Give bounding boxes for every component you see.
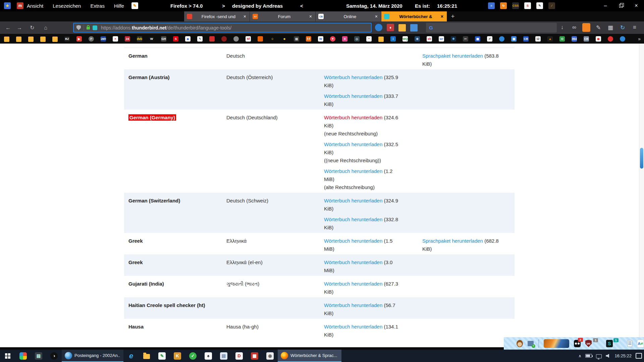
bookmark-icon[interactable]: ☻ bbox=[282, 36, 287, 42]
dictionary-download-link[interactable]: Wörterbuch herunterladen bbox=[324, 115, 382, 120]
start-button[interactable] bbox=[0, 350, 15, 362]
menubar-item[interactable]: Extras bbox=[90, 3, 105, 9]
notes-pencil-icon[interactable]: ✎ bbox=[131, 2, 138, 9]
bookmark-icon[interactable]: ◆ bbox=[185, 36, 191, 42]
bookmark-icon[interactable]: Sf bbox=[246, 36, 251, 42]
tab-close-icon[interactable]: × bbox=[309, 14, 313, 19]
taskbar-app-button[interactable] bbox=[15, 350, 31, 362]
bookmark-icon[interactable]: IJ bbox=[535, 36, 541, 42]
bookmark-icon[interactable] bbox=[620, 36, 625, 42]
titlebar-tool-icon[interactable]: CSS bbox=[512, 2, 519, 9]
taskbar-app-button[interactable]: ♠ bbox=[201, 350, 216, 362]
toolbar-addon-icon[interactable] bbox=[410, 24, 418, 32]
volume-icon[interactable] bbox=[606, 354, 610, 358]
dictionary-download-link[interactable]: Wörterbuch herunterladen bbox=[324, 198, 382, 203]
titlebar-tool-icon[interactable]: S bbox=[524, 2, 531, 9]
titlebar-tool-icon[interactable]: ∕ bbox=[548, 2, 555, 9]
taskbar-app-button[interactable]: D bbox=[231, 350, 247, 362]
bookmark-icon[interactable] bbox=[40, 37, 46, 42]
https-lock-icon[interactable] bbox=[87, 27, 90, 29]
bookmark-icon[interactable]: f-f bbox=[306, 36, 311, 42]
bookmark-icon[interactable]: 24 bbox=[125, 36, 130, 42]
navbar-tool-icon[interactable]: ✎ bbox=[594, 23, 602, 32]
language-pack-download-link[interactable]: Sprachpaket herunterladen bbox=[422, 53, 483, 59]
bookmarks-overflow-chevron[interactable]: » bbox=[638, 34, 641, 44]
bookmark-icon[interactable]: GH bbox=[161, 36, 166, 42]
toolbar-addon-icon[interactable] bbox=[398, 24, 406, 32]
bookmark-icon[interactable]: ✂ bbox=[463, 36, 468, 42]
bookmark-icon[interactable]: WQ bbox=[402, 36, 408, 42]
dictionary-download-link[interactable]: Wörterbuch herunterladen bbox=[324, 324, 382, 329]
bookmark-icon[interactable]: ⊕ bbox=[415, 36, 420, 42]
bookmark-icon[interactable]: P bbox=[89, 36, 94, 42]
dictionary-download-link[interactable]: Wörterbuch herunterladen bbox=[324, 168, 382, 174]
dictionary-download-link[interactable]: Wörterbuch herunterladen bbox=[324, 93, 382, 99]
language-pack-download-link[interactable]: Sprachpaket herunterladen bbox=[422, 238, 483, 244]
navbar-tool-icon[interactable]: ≡ bbox=[631, 23, 639, 32]
reload-button[interactable]: ↻ bbox=[28, 23, 37, 32]
taskbar-app-button[interactable] bbox=[139, 350, 154, 362]
home-button[interactable]: ⌂ bbox=[41, 23, 50, 32]
action-center-icon[interactable] bbox=[636, 353, 642, 359]
bookmark-icon[interactable] bbox=[28, 37, 34, 42]
minimize-button[interactable]: – bbox=[598, 0, 613, 11]
adblock-goggles-icon[interactable]: 2 bbox=[574, 340, 580, 347]
bookmark-icon[interactable] bbox=[258, 36, 263, 42]
dictionary-download-link[interactable]: Wörterbuch herunterladen bbox=[324, 302, 382, 308]
bookmark-icon[interactable]: dvb bbox=[137, 36, 142, 42]
taskbar-app-button[interactable]: ▤ bbox=[216, 350, 231, 362]
bookmark-icon[interactable]: i bbox=[390, 36, 396, 42]
bookmark-icon[interactable]: II bbox=[342, 36, 347, 42]
toolbar-addon-icon[interactable] bbox=[375, 24, 382, 31]
dictionary-download-link[interactable]: Wörterbuch herunterladen bbox=[324, 217, 382, 222]
bookmark-icon[interactable] bbox=[4, 37, 9, 42]
titlebar-app-icon[interactable]: ★ bbox=[4, 2, 11, 9]
titlebar-tool-icon[interactable]: ≡ bbox=[488, 2, 495, 9]
google-search-icon[interactable]: G bbox=[429, 25, 433, 31]
bookmark-icon[interactable] bbox=[233, 36, 239, 42]
bookmark-icon[interactable]: ▼ bbox=[330, 36, 335, 42]
navbar-tool-icon[interactable]: ↻ bbox=[619, 23, 627, 32]
taskbar-app-button[interactable]: ◉ bbox=[262, 350, 278, 362]
menubar-item[interactable]: Ansicht bbox=[27, 3, 43, 9]
taskbar-task-firefox[interactable]: Wörterbücher & Sprac... bbox=[278, 350, 341, 362]
bookmark-icon[interactable]: ❄ bbox=[451, 36, 456, 42]
bookmark-icon[interactable]: CB bbox=[523, 36, 529, 42]
bookmark-icon[interactable]: ▦ bbox=[511, 36, 517, 42]
bookmark-icon[interactable] bbox=[378, 37, 384, 42]
bookmark-icon[interactable]: ✐ bbox=[487, 36, 492, 42]
bookmark-icon[interactable] bbox=[209, 36, 215, 42]
bookmark-icon[interactable]: ◇ bbox=[354, 36, 360, 42]
dictionary-download-link[interactable]: Wörterbuch herunterladen bbox=[324, 281, 382, 287]
bookmark-icon[interactable]: ◉ bbox=[596, 36, 601, 42]
bookmark-icon[interactable]: sh bbox=[427, 36, 432, 42]
bookmark-icon[interactable]: CB bbox=[584, 36, 589, 42]
bookmark-icon[interactable]: O bbox=[559, 36, 565, 42]
browser-tab[interactable]: Firefox -send und × bbox=[184, 11, 250, 21]
greasemonkey-icon[interactable] bbox=[517, 340, 523, 347]
stylus-icon[interactable]: S bbox=[606, 340, 612, 347]
navbar-tool-icon[interactable]: ↓ bbox=[558, 23, 566, 32]
bookmark-icon[interactable] bbox=[52, 37, 58, 42]
bookmark-icon[interactable]: S bbox=[173, 36, 178, 42]
taskbar-clock[interactable]: 16:25:22 bbox=[614, 353, 632, 358]
search-bar[interactable]: G bbox=[426, 23, 557, 33]
titlebar-tool-icon[interactable]: ↻ bbox=[500, 2, 507, 9]
ublock-shield-icon[interactable]: uo bbox=[585, 340, 592, 347]
scrollbar-thumb[interactable] bbox=[640, 148, 643, 169]
bookmark-icon[interactable]: × bbox=[113, 36, 118, 42]
tab-close-icon[interactable]: × bbox=[374, 14, 378, 19]
browser-tab[interactable]: CB Online × bbox=[316, 11, 381, 21]
tray-expand-chevron[interactable]: ∧ bbox=[579, 354, 582, 358]
taskbar-task-thunderbird[interactable]: Posteingang - 2002An... bbox=[62, 350, 123, 362]
navbar-tool-icon[interactable] bbox=[582, 23, 590, 32]
bookmark-icon[interactable]: BZ bbox=[64, 36, 70, 42]
taskbar-app-button[interactable]: ◑ bbox=[46, 350, 62, 362]
dictionary-download-link[interactable]: Wörterbuch herunterladen bbox=[324, 141, 382, 147]
dictionary-download-link[interactable]: Wörterbuch herunterladen bbox=[324, 238, 382, 244]
bookmark-icon[interactable]: wr bbox=[439, 36, 444, 42]
taskbar-app-button[interactable]: e bbox=[123, 350, 139, 362]
browser-tab[interactable]: f-f Forum × bbox=[250, 11, 316, 21]
bookmark-icon[interactable]: ✎ bbox=[197, 36, 203, 42]
bookmark-icon[interactable]: ▤ bbox=[294, 36, 299, 42]
